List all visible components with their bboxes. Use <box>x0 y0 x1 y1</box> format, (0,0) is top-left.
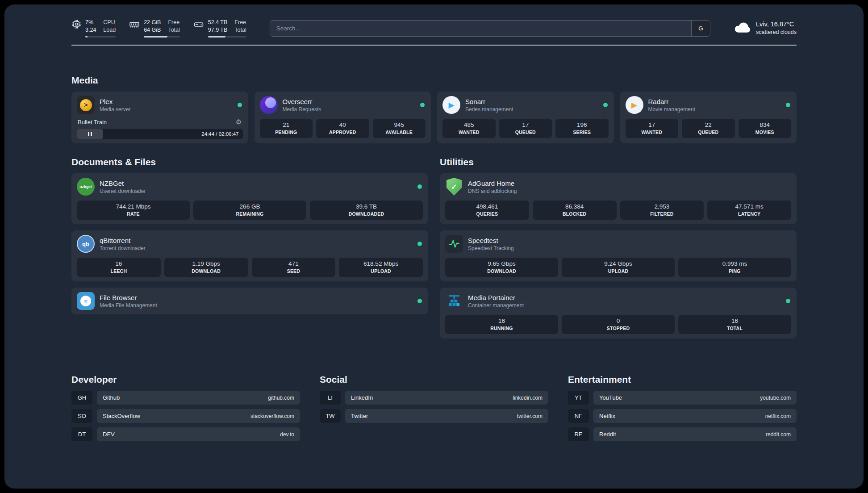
bookmark-url: youtube.com <box>760 395 791 401</box>
section-utilities: Utilities ✓ AdGuard Home DNS and adblock… <box>440 157 797 338</box>
cpu-icon <box>71 19 81 31</box>
disk-free-value: 52.4 TB <box>208 19 228 26</box>
bookmark-name: Reddit <box>599 431 616 438</box>
filebrowser-icon: ≡ <box>77 292 95 310</box>
bookmark-url: netflix.com <box>765 413 791 419</box>
stat-queries: 498,461 QUERIES <box>445 201 529 220</box>
section-media: Media > Plex Media server Bullet Tr <box>71 75 797 143</box>
service-card-portainer[interactable]: Media Portainer Container management 16 … <box>440 288 797 338</box>
bookmark-group-entertainment: Entertainment YT YouTube youtube.com NF … <box>568 374 797 441</box>
service-description: Container management <box>468 302 781 309</box>
adguard-icon: ✓ <box>445 178 463 196</box>
stat-approved: 40 APPROVED <box>316 119 369 138</box>
stat-ping: 0.993 ms PING <box>678 258 791 277</box>
stat-wanted: 17 WANTED <box>626 119 679 138</box>
stat-series: 196 SERIES <box>555 119 609 138</box>
bookmark-youtube[interactable]: YT YouTube youtube.com <box>568 391 797 405</box>
service-name: Media Portainer <box>468 294 781 301</box>
nzbget-icon: nzbget <box>77 178 95 196</box>
bookmark-name: Netflix <box>599 413 615 419</box>
stat-available: 945 AVAILABLE <box>373 119 426 138</box>
cpu-load-value: 3.24 <box>85 26 96 33</box>
section-title-documents: Documents & Files <box>71 157 428 167</box>
bookmark-url: github.com <box>268 395 294 401</box>
bookmark-twitter[interactable]: TW Twitter twitter.com <box>320 409 548 423</box>
service-name: qBittorrent <box>100 237 413 244</box>
cpu-usage-value: 7% <box>85 19 96 26</box>
memory-total-value: 64 GiB <box>144 26 161 33</box>
cpu-load-label: Load <box>103 26 116 33</box>
bookmark-linkedin[interactable]: LI LinkedIn linkedin.com <box>320 391 548 405</box>
bookmark-netflix[interactable]: NF Netflix netflix.com <box>568 409 797 423</box>
service-description: Series management <box>465 106 598 113</box>
service-card-speedtest[interactable]: Speedtest Speedtest Tracking 9.65 Gbps D… <box>440 230 797 281</box>
stat-running: 16 RUNNING <box>445 315 558 334</box>
portainer-icon <box>445 292 463 310</box>
sonarr-icon: ▶ <box>442 96 460 114</box>
search-provider-button[interactable]: G <box>691 21 710 36</box>
stat-leech: 16 LEECH <box>77 258 161 277</box>
service-description: Usenet downloader <box>100 188 413 194</box>
plex-icon: > <box>77 96 95 114</box>
search-bar: G <box>270 20 710 37</box>
service-name: Overseerr <box>283 98 416 105</box>
service-name: File Browser <box>100 294 413 301</box>
stat-total: 16 TOTAL <box>678 315 791 334</box>
gear-icon[interactable]: ⚙ <box>236 118 242 126</box>
stat-download: 9.65 Gbps DOWNLOAD <box>445 258 558 277</box>
stat-movies: 834 MOVIES <box>739 119 792 138</box>
bookmark-group-developer: Developer GH Github github.com SO StackO… <box>71 374 300 441</box>
service-card-qbittorrent[interactable]: qb qBittorrent Torrent downloader 16 LEE… <box>71 230 428 281</box>
plex-now-playing: Bullet Train ⚙ 24:44 / 02:06:47 <box>77 118 243 139</box>
service-card-overseerr[interactable]: Overseerr Media Requests 21 PENDING 40 A… <box>255 92 431 143</box>
stat-download: 1.19 Gbps DOWNLOAD <box>164 258 248 277</box>
pause-icon[interactable] <box>88 132 92 136</box>
bookmark-abbr: NF <box>568 409 589 423</box>
service-card-sonarr[interactable]: ▶ Sonarr Series management 485 WANTED <box>437 92 614 143</box>
bookmark-group-social: Social LI LinkedIn linkedin.com TW Twitt… <box>320 374 548 441</box>
memory-widget: 22 GiB Free 64 GiB Total <box>129 19 180 38</box>
bookmark-name: LinkedIn <box>351 394 373 401</box>
section-title-developer: Developer <box>71 374 300 385</box>
disk-usage-bar <box>208 36 246 38</box>
now-playing-title: Bullet Train <box>78 119 107 125</box>
status-dot <box>786 299 790 303</box>
weather-widget: Lviv, 16.87°C scattered clouds <box>734 20 797 36</box>
bookmark-dev[interactable]: DT DEV dev.to <box>71 427 300 441</box>
section-title-social: Social <box>320 374 548 385</box>
bookmark-github[interactable]: GH Github github.com <box>71 391 300 405</box>
service-name: Speedtest <box>468 237 791 244</box>
stat-seed: 471 SEED <box>252 258 336 277</box>
bookmark-reddit[interactable]: RE Reddit reddit.com <box>568 427 797 441</box>
section-title-utilities: Utilities <box>440 157 797 167</box>
bookmark-stackoverflow[interactable]: SO StackOverflow stackoverflow.com <box>71 409 300 423</box>
status-dot <box>417 299 422 303</box>
weather-location: Lviv, 16.87°C <box>756 20 797 29</box>
service-card-plex[interactable]: > Plex Media server Bullet Train ⚙ <box>71 92 248 143</box>
memory-icon <box>129 19 140 32</box>
overseerr-icon <box>260 96 278 114</box>
disk-free-label: Free <box>234 19 246 26</box>
service-name: NZBGet <box>100 180 413 187</box>
service-card-adguard[interactable]: ✓ AdGuard Home DNS and adblocking 498,46… <box>440 173 797 224</box>
search-input[interactable] <box>270 21 691 36</box>
bookmark-abbr: DT <box>71 427 92 441</box>
section-title-entertainment: Entertainment <box>568 374 797 385</box>
player-progress-bar[interactable]: 24:44 / 02:06:47 <box>77 129 243 139</box>
service-card-filebrowser[interactable]: ≡ File Browser Media File Management <box>71 288 428 314</box>
stat-downloaded: 39.6 TB DOWNLOADED <box>310 201 423 220</box>
section-documents: Documents & Files nzbget NZBGet Usenet d… <box>71 157 428 338</box>
bookmark-name: StackOverflow <box>103 413 140 419</box>
service-card-radarr[interactable]: ▶ Radarr Movie management 17 WANTED <box>620 92 797 143</box>
service-description: Torrent downloader <box>100 245 413 251</box>
status-dot <box>786 103 790 107</box>
service-card-nzbget[interactable]: nzbget NZBGet Usenet downloader 744.21 M… <box>71 173 428 224</box>
stat-remaining: 266 GB REMAINING <box>193 201 306 220</box>
stat-wanted: 485 WANTED <box>442 119 496 138</box>
bookmark-abbr: SO <box>71 409 92 423</box>
memory-total-label: Total <box>168 26 179 33</box>
disk-widget: 52.4 TB Free 97.9 TB Total <box>193 19 246 38</box>
cpu-usage-label: CPU <box>103 19 116 26</box>
memory-usage-bar <box>144 36 180 38</box>
dashboard: 7% CPU 3.24 Load 22 <box>4 4 864 489</box>
